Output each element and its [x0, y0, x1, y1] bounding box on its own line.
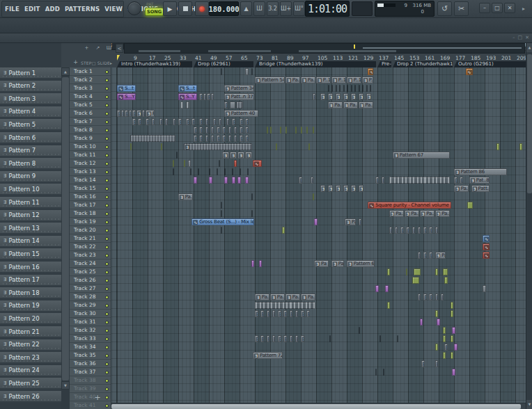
time-display[interactable]: 1:01:00 [305, 1, 350, 17]
overdub-icon[interactable]: Ш+ [280, 1, 292, 16]
clip[interactable]: Ǝ [460, 177, 463, 184]
clip[interactable] [329, 335, 331, 342]
picker-add-icon[interactable]: + [72, 59, 79, 66]
track-header-track-32[interactable]: Track 32 [70, 326, 111, 335]
clip-pa[interactable]: ƎPa.. [405, 210, 419, 217]
clip[interactable] [184, 160, 185, 167]
pattern-item-pattern-12[interactable]: ƎPattern 12 [0, 210, 61, 222]
clip-pattern-72[interactable]: ƎPattern 72 [253, 352, 283, 359]
clip[interactable]: Ǝ [213, 118, 217, 125]
clip[interactable] [295, 127, 297, 134]
track-header-track-8[interactable]: Track 8 [70, 126, 111, 134]
track-mute-led[interactable] [105, 387, 109, 391]
clip[interactable] [313, 193, 314, 200]
clip[interactable]: Ǝ [382, 177, 385, 184]
clip[interactable]: Ǝ [395, 227, 398, 234]
clip[interactable] [224, 177, 228, 184]
clip[interactable]: Ǝ [222, 135, 226, 142]
toolbar-overflow-arrow[interactable]: ▸ [522, 6, 525, 12]
clip[interactable] [236, 102, 243, 109]
track-mute-led[interactable] [105, 346, 109, 349]
clip[interactable] [173, 168, 174, 175]
clip[interactable]: Ǝ [336, 185, 341, 192]
clip[interactable] [385, 285, 389, 292]
marker-intro-thunderhawk139[interactable]: Intro (Thunderhawk139) [117, 61, 193, 67]
track-header-track-14[interactable]: Track 14 [70, 176, 111, 184]
clip[interactable] [496, 143, 500, 150]
clip[interactable] [414, 268, 421, 275]
clip[interactable]: Ǝ [255, 310, 258, 317]
track-mute-led[interactable] [105, 354, 109, 358]
clip[interactable] [221, 202, 222, 209]
clip[interactable]: Ǝ [272, 310, 276, 317]
track-header-track-10[interactable]: Track 10 [70, 143, 111, 151]
clip-pa[interactable]: ƎPa.. [454, 185, 469, 192]
track-header-track-6[interactable]: Track 6 [70, 109, 111, 118]
clip[interactable]: Ǝ [132, 118, 136, 125]
clip[interactable] [347, 85, 348, 92]
clip[interactable]: Ǝ [255, 335, 258, 342]
close-button[interactable]: ✕ [504, 3, 515, 13]
clip[interactable]: Ǝ [301, 335, 304, 342]
pattern-item-pattern-18[interactable]: ƎPattern 18 [0, 287, 61, 299]
clip-pattern-67[interactable]: ƎPattern 67 [393, 152, 450, 159]
clip[interactable]: Ǝ [129, 110, 132, 117]
clip-pa[interactable]: ƎPa.. [435, 252, 446, 259]
track-mute-led[interactable] [105, 229, 109, 232]
clip[interactable]: Ǝ [359, 185, 363, 192]
clip[interactable]: Ǝ [418, 252, 421, 259]
clip[interactable] [483, 285, 486, 292]
clip[interactable]: Ǝ [199, 118, 203, 125]
clip[interactable]: Ǝ [320, 185, 325, 192]
playlist-grid[interactable]: ∿∿ƎPattern 54ƎPa..ƎPa..ƎP..1ƎP..1ƎP..1ƎP… [111, 67, 526, 409]
track-header-track-3[interactable]: Track 3 [70, 84, 111, 93]
clip[interactable]: Ǝ [194, 127, 197, 134]
clip[interactable] [451, 310, 454, 317]
clip[interactable] [251, 210, 253, 217]
clip[interactable] [452, 327, 455, 334]
clip[interactable]: Ǝ [234, 127, 237, 134]
track-header-track-16[interactable]: Track 16 [70, 193, 111, 201]
clip-p-1[interactable]: ƎP..1 [347, 77, 361, 83]
clip-p-1[interactable]: ƎP..1 [362, 77, 373, 83]
clip-pa[interactable]: ƎPa. [301, 294, 315, 300]
clip[interactable]: Ǝ [260, 335, 264, 342]
clip[interactable] [331, 85, 333, 92]
clip[interactable] [306, 127, 308, 134]
pattern-item-pattern-10[interactable]: ƎPattern 10 [0, 184, 61, 195]
clip[interactable] [443, 268, 448, 275]
pattern-item-pattern-25[interactable]: ƎPattern 25 [0, 378, 61, 390]
clip[interactable]: Ǝ [423, 227, 427, 234]
clip[interactable]: ∿ [253, 160, 262, 167]
track-header-track-13[interactable]: Track 13 [70, 168, 111, 176]
clip[interactable] [328, 85, 329, 92]
clip[interactable] [130, 143, 132, 150]
track-header-track-7[interactable]: Track 7 [70, 118, 111, 126]
clip[interactable]: Ǝ [199, 135, 203, 142]
clip[interactable]: Ǝ [375, 177, 379, 184]
clip[interactable] [234, 160, 237, 167]
clip[interactable]: Ǝ [224, 102, 228, 109]
clip[interactable] [389, 177, 450, 184]
clip[interactable] [451, 352, 454, 359]
clip[interactable] [230, 102, 235, 109]
marker-bridge-thunderhawk139[interactable]: Bridge (Thunderhawk139) [255, 61, 377, 67]
clip[interactable]: Ǝ [245, 152, 252, 159]
track-header-track-1[interactable]: Track 1 [70, 67, 111, 76]
track-mute-led[interactable] [105, 204, 109, 207]
clip[interactable] [276, 143, 277, 150]
pattern-item-pattern-11[interactable]: ƎPattern 11 [0, 197, 61, 209]
clip[interactable]: Ǝ [217, 135, 220, 142]
clip[interactable] [251, 193, 253, 200]
playlist-window-buttons[interactable]: –□✕ [513, 35, 529, 40]
countdown-icon[interactable]: 3.2 [267, 1, 279, 16]
clip[interactable]: Ǝ [435, 360, 439, 367]
track-mute-led[interactable] [105, 154, 109, 157]
clip[interactable] [198, 168, 199, 175]
clip[interactable]: Ǝ [228, 127, 232, 134]
clip[interactable] [351, 85, 352, 92]
clip[interactable] [255, 302, 315, 309]
menu-view[interactable]: VIEW [104, 6, 123, 13]
clip[interactable] [280, 127, 281, 134]
clip[interactable]: Ǝ [205, 127, 209, 134]
